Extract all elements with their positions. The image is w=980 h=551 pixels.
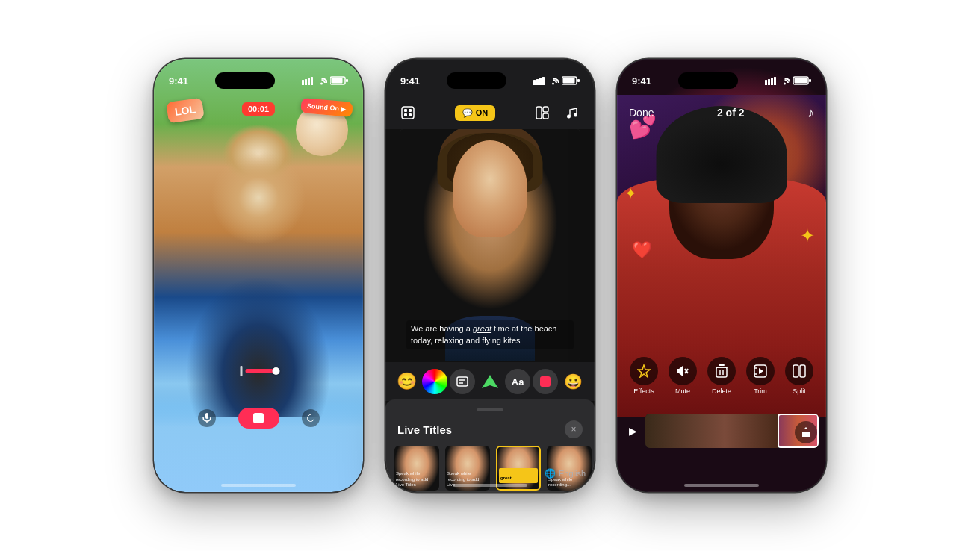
delete-icon bbox=[707, 357, 736, 385]
panel-language[interactable]: 🌐 English bbox=[545, 468, 586, 479]
trim-label: Trim bbox=[754, 387, 767, 395]
phone2-effect-location[interactable] bbox=[477, 369, 503, 394]
language-label: English bbox=[559, 469, 586, 478]
thumb-item-1[interactable]: Speak while recording to add Live Titles bbox=[394, 446, 439, 492]
svg-rect-12 bbox=[539, 78, 542, 85]
phone2-screen: 9:41 bbox=[385, 59, 595, 492]
phone2-dynamic-island bbox=[447, 72, 506, 89]
phone3-play-btn[interactable]: ▶ bbox=[624, 423, 641, 439]
phone1-record-button[interactable] bbox=[238, 408, 279, 429]
panel-close-button[interactable]: × bbox=[565, 420, 583, 438]
svg-rect-16 bbox=[563, 78, 575, 84]
phone2-live-on-badge[interactable]: 💬 ON bbox=[455, 105, 496, 121]
svg-rect-53 bbox=[793, 365, 798, 377]
phone-1: 9:41 00:01 LOL Sound On ▶ bbox=[154, 59, 363, 492]
mute-label: Mute bbox=[675, 387, 690, 395]
phone3-timeline: ▶ bbox=[624, 410, 819, 451]
phone2-effect-text[interactable]: Aa bbox=[505, 369, 530, 394]
svg-rect-17 bbox=[577, 79, 580, 82]
phone3-share-btn[interactable] bbox=[795, 421, 817, 443]
panel-header: Live Titles × bbox=[385, 420, 595, 446]
phone3-trim-btn[interactable]: Trim bbox=[746, 357, 775, 395]
phone2-time: 9:41 bbox=[400, 75, 420, 87]
phone3-time: 9:41 bbox=[632, 75, 651, 87]
svg-point-27 bbox=[574, 113, 577, 117]
phone3-screen: ✦ ✦ ❤️ 💕 9:41 Done bbox=[617, 59, 826, 492]
thumb-highlighter-text: great bbox=[500, 476, 512, 480]
phone3-dynamic-island bbox=[678, 72, 738, 89]
panel-handle bbox=[477, 408, 503, 411]
phone3-done-button[interactable]: Done bbox=[629, 107, 654, 119]
svg-rect-0 bbox=[302, 80, 304, 85]
caption-highlight: great bbox=[473, 324, 491, 333]
phone2-status-bar: 9:41 bbox=[385, 59, 595, 96]
svg-marker-31 bbox=[482, 375, 498, 388]
thumb-caption-3: great bbox=[499, 468, 538, 483]
phone3-control-buttons: Effects Mute bbox=[617, 357, 826, 402]
svg-rect-8 bbox=[205, 413, 208, 419]
phone2-library-icon[interactable] bbox=[397, 102, 418, 123]
phone2-caption: We are having a great time at the beach … bbox=[406, 320, 574, 349]
stop-icon bbox=[253, 413, 264, 423]
phone2-music-icon[interactable] bbox=[562, 102, 583, 123]
svg-marker-41 bbox=[638, 365, 650, 377]
effects-label: Effects bbox=[633, 387, 654, 395]
svg-rect-21 bbox=[404, 113, 407, 116]
phone3-mute-btn[interactable]: Mute bbox=[669, 357, 697, 395]
phone2-effect-caption[interactable] bbox=[450, 369, 475, 394]
mute-icon bbox=[669, 357, 697, 385]
share-icon bbox=[795, 421, 817, 443]
svg-rect-44 bbox=[716, 367, 727, 377]
svg-rect-23 bbox=[536, 107, 542, 119]
svg-rect-25 bbox=[543, 113, 548, 119]
phone2-effect-color[interactable] bbox=[422, 369, 447, 394]
phone3-controls: Effects Mute bbox=[617, 357, 826, 402]
svg-rect-28 bbox=[457, 377, 468, 386]
phone2-effect-pen[interactable] bbox=[533, 369, 558, 394]
svg-rect-6 bbox=[332, 78, 343, 84]
svg-point-26 bbox=[567, 115, 571, 119]
live-on-text: ON bbox=[476, 108, 489, 117]
star-left: ✦ bbox=[624, 184, 637, 202]
phone2-live-titles-panel: Live Titles × Speak while recording to a… bbox=[385, 399, 595, 492]
svg-rect-18 bbox=[402, 107, 414, 119]
svg-rect-1 bbox=[305, 79, 307, 85]
phone1-record-timer: 00:01 bbox=[242, 102, 275, 116]
svg-rect-35 bbox=[771, 78, 773, 85]
phone2-face bbox=[453, 140, 527, 237]
delete-label: Delete bbox=[712, 387, 731, 395]
phone1-time: 9:41 bbox=[169, 75, 188, 87]
phone1-dynamic-island bbox=[215, 72, 275, 89]
phone2-effect-face[interactable]: 😊 bbox=[394, 369, 420, 394]
phone3-header: Done 2 of 2 ♪ bbox=[617, 96, 826, 129]
svg-point-14 bbox=[552, 82, 554, 84]
svg-rect-13 bbox=[542, 77, 545, 85]
phone1-body bbox=[176, 268, 341, 417]
phone3-effects-btn[interactable]: Effects bbox=[630, 357, 658, 395]
phone2-effect-emoji[interactable]: 😀 bbox=[560, 369, 586, 394]
svg-rect-40 bbox=[809, 79, 811, 82]
phone2-layout-icon[interactable] bbox=[532, 102, 553, 123]
phone2-effects-bar: 😊 Aa bbox=[385, 362, 595, 401]
phone2-video-inner: We are having a great time at the beach … bbox=[400, 129, 580, 361]
phone3-split-btn[interactable]: Split bbox=[785, 357, 813, 395]
phone2-toolbar-right bbox=[532, 102, 583, 123]
svg-rect-24 bbox=[543, 107, 548, 112]
svg-rect-34 bbox=[768, 79, 770, 85]
svg-rect-54 bbox=[800, 365, 805, 377]
svg-rect-36 bbox=[774, 77, 776, 85]
phone3-timeline-strip[interactable] bbox=[645, 414, 819, 448]
phone3-music-icon[interactable]: ♪ bbox=[807, 105, 814, 121]
phone1-mic-mute[interactable] bbox=[198, 409, 216, 427]
phone3-delete-btn[interactable]: Delete bbox=[707, 357, 736, 395]
thumb-caption-1: Speak while recording to add Live Titles bbox=[396, 471, 438, 488]
phone3-page-count: 2 of 2 bbox=[717, 107, 745, 119]
phone2-home-indicator bbox=[453, 484, 527, 487]
phone1-home-indicator bbox=[221, 484, 296, 487]
phone1-camera-flip[interactable] bbox=[302, 409, 320, 427]
phone1-volume-indicator bbox=[241, 366, 277, 376]
red-heart: ❤️ bbox=[632, 240, 652, 260]
svg-point-37 bbox=[784, 82, 786, 84]
svg-rect-32 bbox=[540, 376, 551, 387]
svg-marker-50 bbox=[759, 368, 763, 374]
